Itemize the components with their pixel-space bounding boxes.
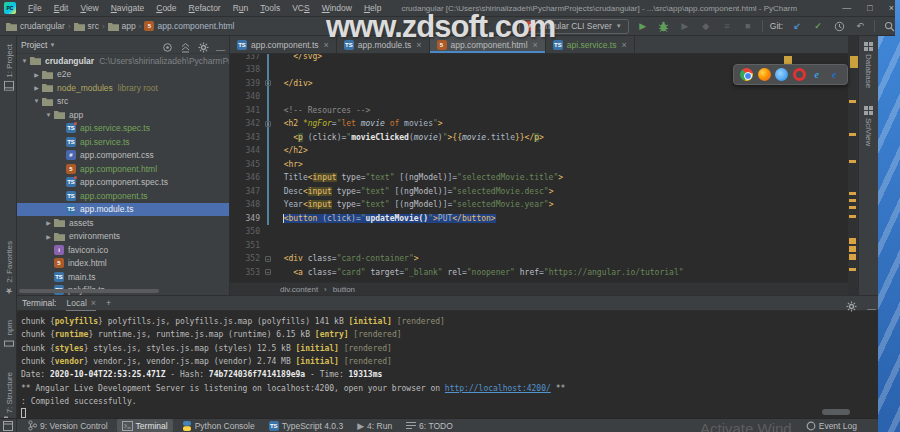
code-line-340[interactable]: 340 bbox=[230, 90, 848, 104]
toolwindow-tab-npm[interactable]: npm bbox=[4, 320, 14, 349]
horizontal-scrollbar[interactable] bbox=[19, 289, 159, 293]
menu-code[interactable]: Code bbox=[150, 0, 182, 17]
debug-button[interactable] bbox=[657, 19, 671, 34]
toolwindow-switcher-icon[interactable] bbox=[0, 419, 17, 432]
toolwindow-tab-1-project[interactable]: 1: Project bbox=[4, 44, 14, 91]
git-history-button[interactable] bbox=[832, 19, 846, 34]
search-everywhere-icon[interactable] bbox=[882, 19, 896, 34]
tree-closed-arrow-icon[interactable]: ▶ bbox=[31, 71, 42, 78]
safari-browser-icon[interactable] bbox=[775, 68, 788, 81]
code-line-348[interactable]: 348 Year<input type="text" [(ngModel)]="… bbox=[230, 198, 848, 212]
run-with-coverage-button[interactable]: ▶ bbox=[678, 19, 692, 34]
git-commit-button[interactable]: ✓ bbox=[811, 19, 825, 34]
code-line-352[interactable]: 352− <div class="card-container"> bbox=[230, 252, 848, 266]
code-line-346[interactable]: 346 Title<input type="text" [(ngModel)]=… bbox=[230, 171, 848, 185]
fold-marker-icon[interactable]: − bbox=[265, 121, 271, 127]
fold-marker-icon[interactable]: − bbox=[265, 256, 271, 262]
tree-item-environments[interactable]: ▶environments bbox=[17, 230, 229, 244]
code-line-344[interactable]: 344 </h2> bbox=[230, 144, 848, 158]
code-line-347[interactable]: 347 Desc<input type="text" [(ngModel)]="… bbox=[230, 185, 848, 199]
code-line-345[interactable]: 345 <hr> bbox=[230, 158, 848, 172]
tree-item-api.service.ts[interactable]: TSapi.service.ts bbox=[17, 135, 229, 149]
code-line-343[interactable]: 343 <p (click)="movieClicked(movie)">{{m… bbox=[230, 131, 848, 145]
close-icon[interactable]: × bbox=[91, 298, 96, 308]
maximize-icon[interactable]: □ bbox=[867, 0, 872, 17]
editor-breadcrumb-button[interactable]: button bbox=[333, 285, 355, 294]
minimize-icon[interactable]: — bbox=[842, 0, 851, 17]
menu-tools[interactable]: Tools bbox=[254, 0, 286, 17]
toolwindow-tab-2-favorites[interactable]: ★2: Favorites bbox=[4, 241, 14, 296]
error-stripe[interactable] bbox=[848, 36, 858, 295]
menu-edit[interactable]: Edit bbox=[48, 0, 75, 17]
breadcrumb-item[interactable]: app bbox=[108, 21, 136, 31]
editor-tab-app.component.ts[interactable]: TSapp.component.ts× bbox=[230, 36, 337, 53]
tree-item-index.html[interactable]: 5index.html bbox=[17, 257, 229, 271]
tree-open-arrow-icon[interactable]: ▼ bbox=[31, 98, 42, 104]
terminal-tab-local[interactable]: Local × bbox=[66, 296, 96, 311]
menu-view[interactable]: View bbox=[74, 0, 104, 17]
tree-item-app.module.ts[interactable]: TSapp.module.ts bbox=[17, 203, 229, 217]
tree-open-arrow-icon[interactable]: ▼ bbox=[19, 58, 30, 64]
edge-browser-icon[interactable]: e bbox=[828, 68, 841, 81]
fold-marker-icon[interactable]: − bbox=[265, 80, 271, 86]
tree-closed-arrow-icon[interactable]: ▶ bbox=[43, 233, 54, 240]
breadcrumb-item[interactable]: crudangular bbox=[6, 21, 65, 31]
tree-item-src[interactable]: ▼src bbox=[17, 95, 229, 109]
code-line-341[interactable]: 341 <!-- Resources --> bbox=[230, 104, 848, 118]
tree-item-app.component.html[interactable]: 5app.component.html bbox=[17, 162, 229, 176]
code-editor[interactable]: 337 </svg>338339− </div>340341 <!-- Reso… bbox=[230, 54, 848, 282]
inspections-widget[interactable] bbox=[850, 56, 858, 68]
run-anything-button[interactable]: ≡ bbox=[720, 19, 734, 34]
statusbar-item-python-console[interactable]: Python Console bbox=[177, 419, 260, 432]
opera-browser-icon[interactable] bbox=[793, 68, 806, 81]
menu-navigate[interactable]: Navigate bbox=[105, 0, 151, 17]
project-panel-title[interactable]: Project bbox=[21, 40, 47, 50]
code-line-337[interactable]: 337 </svg> bbox=[230, 54, 848, 63]
profiler-button[interactable]: ◆ bbox=[699, 19, 713, 34]
fold-marker-icon[interactable]: − bbox=[265, 269, 271, 275]
close-icon[interactable]: × bbox=[889, 0, 894, 17]
editor-tab-api.service.ts[interactable]: TSapi.service.ts× bbox=[546, 36, 635, 53]
toolwindow-tab-sciview[interactable]: SciView bbox=[864, 106, 873, 146]
code-line-353[interactable]: 353− <a class="card" target="_blank" rel… bbox=[230, 266, 848, 280]
statusbar-item-terminal[interactable]: Terminal bbox=[117, 419, 173, 432]
tree-closed-arrow-icon[interactable]: ▶ bbox=[43, 219, 54, 226]
menu-refactor[interactable]: Refactor bbox=[183, 0, 227, 17]
menu-vcs[interactable]: VCS bbox=[286, 0, 315, 17]
statusbar-item-9-version-control[interactable]: 9: Version Control bbox=[23, 419, 113, 432]
stop-button[interactable]: ■ bbox=[741, 19, 755, 34]
ie-browser-icon[interactable]: e bbox=[810, 68, 823, 81]
code-line-342[interactable]: 342− <h2 *ngFor="let movie of movies"> bbox=[230, 117, 848, 131]
code-line-349[interactable]: 349 <button (click)="updateMovie()">PUT<… bbox=[230, 212, 848, 226]
tree-item-node_modules[interactable]: ▶node_moduleslibrary root bbox=[17, 81, 229, 95]
tree-item-crudangular[interactable]: ▼crudangularC:\Users\shirinalizadeh\Pych… bbox=[17, 54, 229, 68]
statusbar-item-event-log[interactable]: Event Log bbox=[801, 419, 862, 432]
tree-item-favicon.ico[interactable]: ifavicon.ico bbox=[17, 243, 229, 257]
editor-breadcrumb-div.content[interactable]: div.content bbox=[280, 285, 318, 294]
tree-item-app.component.css[interactable]: #app.component.css bbox=[17, 149, 229, 163]
chrome-browser-icon[interactable] bbox=[740, 68, 753, 81]
git-rollback-button[interactable]: ↶ bbox=[853, 19, 867, 34]
close-icon[interactable]: × bbox=[621, 40, 626, 50]
tree-item-app.component.ts[interactable]: TSapp.component.ts bbox=[17, 189, 229, 203]
breadcrumb-item[interactable]: 5app.component.html bbox=[144, 21, 234, 31]
tree-item-api.service.spec.ts[interactable]: TSapi.service.spec.ts bbox=[17, 122, 229, 136]
statusbar-item-4-run[interactable]: ▶4: Run bbox=[352, 419, 397, 432]
menu-run[interactable]: Run bbox=[227, 0, 255, 17]
tree-closed-arrow-icon[interactable]: ▶ bbox=[31, 84, 42, 91]
breadcrumb-item[interactable]: src bbox=[74, 21, 99, 31]
terminal-scrollbar[interactable] bbox=[822, 409, 850, 415]
terminal-settings-gear-icon[interactable] bbox=[846, 298, 857, 316]
tree-item-app[interactable]: ▼app bbox=[17, 108, 229, 122]
firefox-browser-icon[interactable] bbox=[758, 68, 771, 81]
tree-item-assets[interactable]: ▶assets bbox=[17, 216, 229, 230]
tree-item-app.component.spec.ts[interactable]: TSapp.component.spec.ts bbox=[17, 176, 229, 190]
hide-terminal-icon[interactable]: — bbox=[867, 298, 876, 316]
menu-file[interactable]: File bbox=[22, 0, 48, 17]
statusbar-item-typescript-4-0-3[interactable]: TSTypeScript 4.0.3 bbox=[264, 419, 348, 432]
code-line-350[interactable]: 350 bbox=[230, 225, 848, 239]
new-terminal-session-icon[interactable]: + bbox=[106, 298, 111, 308]
tree-item-main.ts[interactable]: TSmain.ts bbox=[17, 270, 229, 284]
git-update-button[interactable]: ↙ bbox=[790, 19, 804, 34]
tree-item-e2e[interactable]: ▶e2e bbox=[17, 68, 229, 82]
